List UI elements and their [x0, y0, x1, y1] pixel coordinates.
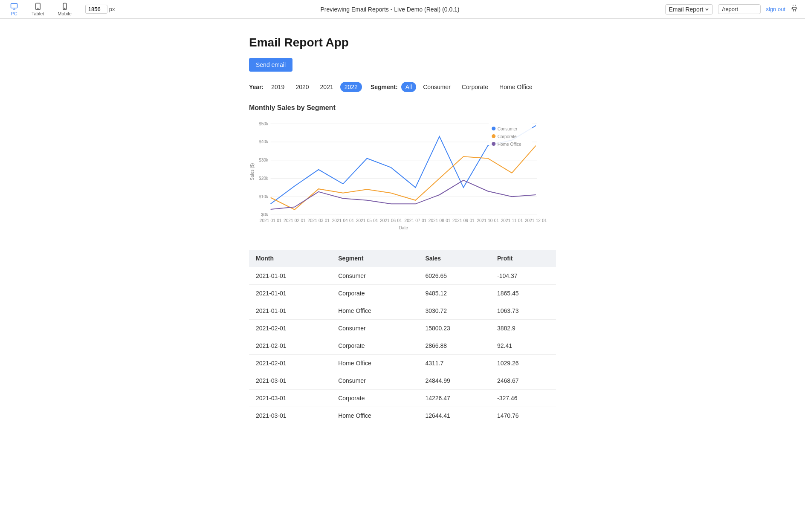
tablet-icon [34, 3, 42, 10]
year-options: 2019 2020 2021 2022 [267, 82, 362, 92]
svg-text:2021-10-01: 2021-10-01 [477, 218, 499, 223]
device-switcher: PC Tablet Mobile px [7, 1, 115, 18]
consumer-legend-label: Consumer [498, 127, 518, 131]
cell-sales: 4311.7 [418, 355, 490, 372]
device-pc-button[interactable]: PC [7, 1, 21, 18]
svg-rect-0 [11, 3, 17, 8]
mobile-label: Mobile [58, 11, 71, 16]
table-row: 2021-03-01Corporate14226.47-327.46 [249, 390, 556, 407]
cell-segment: Home Office [331, 355, 418, 372]
cell-profit: 1470.76 [490, 407, 556, 425]
topbar: PC Tablet Mobile px Previewing Email Rep… [0, 0, 805, 19]
segment-home-office-button[interactable]: Home Office [495, 82, 537, 92]
svg-text:Sales ($): Sales ($) [250, 163, 255, 180]
cell-sales: 9485.12 [418, 285, 490, 302]
col-profit: Profit [490, 250, 556, 267]
cell-sales: 3030.72 [418, 302, 490, 320]
year-2021-button[interactable]: 2021 [316, 82, 338, 92]
pc-label: PC [11, 11, 17, 16]
svg-text:2021-12-01: 2021-12-01 [525, 218, 547, 223]
cell-segment: Corporate [331, 337, 418, 355]
svg-text:2021-05-01: 2021-05-01 [356, 218, 378, 223]
svg-text:Date: Date [399, 226, 408, 230]
data-table: Month Segment Sales Profit 2021-01-01Con… [249, 250, 556, 424]
table-row: 2021-01-01Corporate9485.121865.45 [249, 285, 556, 302]
cell-segment: Consumer [331, 267, 418, 285]
svg-text:2021-03-01: 2021-03-01 [307, 218, 330, 223]
cell-month: 2021-03-01 [249, 390, 331, 407]
topbar-right: Email Report /report sign out [665, 4, 798, 14]
cell-profit: 2468.67 [490, 372, 556, 390]
cell-month: 2021-01-01 [249, 285, 331, 302]
page-title: Email Report App [249, 36, 556, 49]
svg-text:$50k: $50k [259, 121, 269, 126]
cell-sales: 14226.47 [418, 390, 490, 407]
line-chart: .axis-label { font-size: 9px; fill: #888… [249, 117, 556, 236]
table-row: 2021-02-01Corporate2866.8892.41 [249, 337, 556, 355]
topbar-title: Previewing Email Reports - Live Demo (Re… [115, 6, 665, 13]
sign-out-link[interactable]: sign out [766, 6, 785, 12]
device-mobile-button[interactable]: Mobile [54, 1, 75, 18]
segment-filter-label: Segment: [371, 84, 398, 90]
cell-month: 2021-02-01 [249, 355, 331, 372]
cell-profit: 1865.45 [490, 285, 556, 302]
svg-text:2021-09-01: 2021-09-01 [452, 218, 475, 223]
svg-text:$30k: $30k [259, 158, 269, 162]
year-2022-button[interactable]: 2022 [340, 82, 362, 92]
col-segment: Segment [331, 250, 418, 267]
chart-container: .axis-label { font-size: 9px; fill: #888… [249, 117, 556, 236]
report-path-input[interactable]: /report [718, 4, 761, 14]
table-row: 2021-02-01Home Office4311.71029.26 [249, 355, 556, 372]
svg-point-2 [38, 8, 38, 9]
cell-month: 2021-02-01 [249, 320, 331, 337]
bug-icon[interactable] [791, 5, 798, 14]
table-row: 2021-01-01Home Office3030.721063.73 [249, 302, 556, 320]
segment-consumer-button[interactable]: Consumer [419, 82, 455, 92]
svg-text:2021-07-01: 2021-07-01 [405, 218, 427, 223]
send-email-button[interactable]: Send email [249, 58, 292, 72]
main-content: Email Report App Send email Year: 2019 2… [240, 19, 565, 532]
year-2019-button[interactable]: 2019 [267, 82, 289, 92]
cell-sales: 2866.88 [418, 337, 490, 355]
cell-profit: 1029.26 [490, 355, 556, 372]
year-filter-group: Year: 2019 2020 2021 2022 [249, 82, 362, 92]
pc-icon [10, 3, 18, 10]
px-label: px [109, 6, 115, 12]
svg-text:$0k: $0k [261, 212, 269, 217]
year-2020-button[interactable]: 2020 [291, 82, 313, 92]
svg-text:2021-08-01: 2021-08-01 [429, 218, 451, 223]
cell-segment: Consumer [331, 372, 418, 390]
cell-sales: 6026.65 [418, 267, 490, 285]
table-row: 2021-01-01Consumer6026.65-104.37 [249, 267, 556, 285]
svg-text:$40k: $40k [259, 139, 269, 144]
table-row: 2021-03-01Home Office12644.411470.76 [249, 407, 556, 425]
home-office-line [271, 180, 536, 209]
report-type-select[interactable]: Email Report [665, 4, 713, 14]
width-input[interactable] [85, 5, 107, 14]
corporate-legend-dot [492, 134, 495, 138]
svg-text:2021-04-01: 2021-04-01 [332, 218, 354, 223]
svg-text:2021-11-01: 2021-11-01 [501, 218, 523, 223]
cell-segment: Corporate [331, 285, 418, 302]
chart-title: Monthly Sales by Segment [249, 104, 556, 112]
consumer-legend-dot [492, 127, 495, 130]
cell-segment: Home Office [331, 302, 418, 320]
cell-profit: -104.37 [490, 267, 556, 285]
segment-all-button[interactable]: All [401, 82, 417, 92]
device-tablet-button[interactable]: Tablet [28, 1, 47, 18]
cell-segment: Consumer [331, 320, 418, 337]
table-header-row: Month Segment Sales Profit [249, 250, 556, 267]
report-type-label: Email Report [669, 6, 704, 13]
px-input-group: px [85, 5, 115, 14]
cell-month: 2021-02-01 [249, 337, 331, 355]
home-office-legend-dot [492, 142, 495, 146]
cell-month: 2021-01-01 [249, 302, 331, 320]
chevron-down-icon [705, 7, 709, 12]
cell-sales: 24844.99 [418, 372, 490, 390]
cell-profit: -327.46 [490, 390, 556, 407]
mobile-icon [61, 3, 69, 10]
cell-profit: 3882.9 [490, 320, 556, 337]
svg-text:$20k: $20k [259, 176, 269, 181]
home-office-legend-label: Home Office [498, 142, 521, 147]
segment-corporate-button[interactable]: Corporate [458, 82, 492, 92]
